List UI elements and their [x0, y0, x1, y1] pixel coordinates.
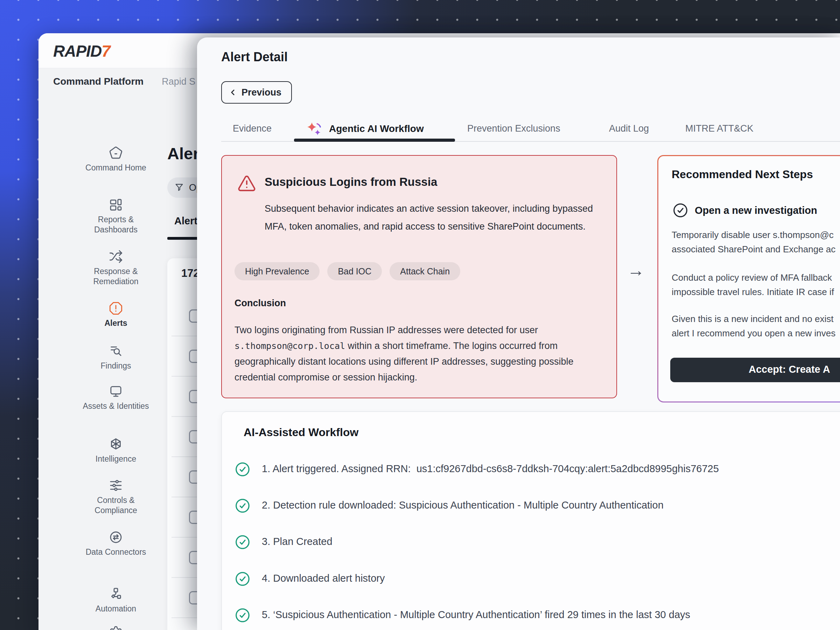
line: Conduct a policy review of MFA fallback — [672, 272, 832, 283]
sidebar-item-findings[interactable]: Findings — [78, 344, 154, 371]
workflow-step: 4. Downloaded alert history — [235, 571, 385, 587]
workflow-step: 5. ‘Suspicious Authentication - Multiple… — [235, 607, 690, 623]
previous-label: Previous — [242, 87, 281, 98]
logo-text: RAPID — [53, 42, 101, 60]
dashboard-grid-icon — [109, 198, 123, 212]
sidebar-label: Automation — [96, 604, 136, 614]
monitor-icon — [109, 384, 123, 398]
workflow-step: 2. Detection rule downloaded: Suspicious… — [235, 498, 663, 514]
sidebar-item-controls-compliance[interactable]: Controls & Compliance — [78, 478, 154, 516]
platform-nav: Command Platform Rapid S — [53, 76, 195, 87]
rapid7-logo: RAPID7 — [53, 42, 110, 60]
green-check-circle-icon — [235, 571, 251, 587]
suite-label-partial[interactable]: Rapid S — [162, 76, 195, 87]
green-check-circle-icon — [235, 461, 251, 477]
green-check-circle-icon — [235, 607, 251, 623]
sidebar-label: Response & Remediation — [78, 266, 154, 287]
logo-seven: 7 — [101, 42, 110, 60]
ai-assisted-workflow-card: AI-Assisted Workflow 1. Alert triggered.… — [221, 411, 840, 630]
alert-tags: High Prevalence Bad IOC Attack Chain — [235, 262, 460, 280]
alert-title: Suspicious Logins from Russia — [265, 175, 437, 189]
tab-mitre-attck[interactable]: MITRE ATT&CK — [685, 123, 753, 134]
shuffle-icon — [109, 249, 123, 264]
active-tab-underline — [294, 139, 455, 142]
tag-bad-ioc: Bad IOC — [327, 262, 382, 280]
warning-triangle-icon — [237, 174, 256, 193]
check-circle-icon — [673, 202, 688, 218]
automation-nodes-icon — [109, 587, 123, 601]
sidebar-label: Command Home — [85, 163, 146, 173]
previous-button[interactable]: Previous — [221, 81, 292, 104]
sidebar-label: Controls & Compliance — [78, 495, 154, 516]
line: impossible travel rules. Initiate IR cas… — [672, 287, 834, 297]
sidebar-item-automation[interactable]: Automation — [78, 587, 154, 614]
green-check-circle-icon — [235, 534, 251, 550]
next-steps-paragraph: Given this is a new incident and no exis… — [672, 312, 835, 341]
workflow-step: 1. Alert triggered. Assigned RRN: us1:cf… — [235, 461, 719, 477]
sidebar-item-reports-dashboards[interactable]: Reports & Dashboards — [78, 198, 154, 235]
workflow-step-text: 1. Alert triggered. Assigned RRN: us1:cf… — [262, 461, 719, 475]
alert-detail-panel: Alert Detail Previous Evidence Agentic A… — [197, 38, 840, 630]
sidebar-label: Intelligence — [96, 454, 136, 464]
workflow-step-text: 5. ‘Suspicious Authentication - Multiple… — [262, 607, 690, 621]
arrow-right-icon: → — [627, 260, 645, 280]
line: alert I recommend you open a new inves — [672, 328, 835, 338]
sidebar-item-data-connectors[interactable]: Data Connectors — [78, 530, 154, 557]
pentagon-home-icon — [109, 146, 123, 160]
conclusion-text: Two logins originating from Russian IP a… — [235, 322, 605, 385]
sidebar-item-administration[interactable]: Administration — [78, 625, 154, 630]
sidebar-item-intelligence[interactable]: Intelligence — [78, 437, 154, 464]
workflow-title: AI-Assisted Workflow — [243, 426, 358, 439]
sidebar-item-command-home[interactable]: Command Home — [78, 146, 154, 173]
tab-agentic-ai-workflow[interactable]: Agentic AI Workflow — [329, 123, 424, 134]
next-steps-paragraph: Temporarily disable user s.thompson@cass… — [672, 228, 835, 257]
findings-search-icon — [109, 344, 123, 358]
tab-audit-log[interactable]: Audit Log — [609, 123, 649, 134]
sidebar-item-alerts[interactable]: Alerts — [78, 302, 154, 328]
line: associated SharePoint and Exchange ac — [672, 244, 835, 254]
accept-create-button[interactable]: Accept: Create A — [670, 358, 840, 382]
data-connectors-icon — [109, 530, 123, 544]
workflow-step: 3. Plan Created — [235, 534, 333, 550]
next-steps-title: Recommended Next Steps — [672, 168, 813, 181]
workflow-step-text: 2. Detection rule downloaded: Suspicious… — [262, 498, 663, 511]
ai-sparkle-icon — [306, 120, 324, 139]
tag-attack-chain: Attack Chain — [390, 262, 460, 280]
sidebar-label: Data Connectors — [86, 547, 146, 557]
conclusion-pre: Two logins originating from Russian IP a… — [235, 325, 538, 335]
next-step-heading: Open a new investigation — [695, 205, 817, 216]
next-steps-paragraph: Conduct a policy review of MFA fallbacki… — [672, 270, 834, 299]
workflow-step-text: 4. Downloaded alert history — [262, 571, 385, 584]
sidebar-item-response-remediation[interactable]: Response & Remediation — [78, 249, 154, 287]
workflow-step-text: 3. Plan Created — [262, 534, 333, 547]
gear-icon — [109, 625, 123, 630]
intelligence-network-icon — [109, 437, 123, 451]
line: Given this is a new incident and no exis… — [672, 314, 833, 324]
panel-title: Alert Detail — [221, 50, 288, 65]
sidebar-label: Alerts — [104, 318, 127, 328]
alert-description: Subsequent behavior indicates an active … — [265, 200, 601, 235]
screenshot-root: RAPID7 Command Platform Rapid S Command … — [0, 0, 840, 630]
recommended-next-steps-card: Recommended Next Steps Open a new invest… — [657, 155, 840, 403]
platform-label: Command Platform — [53, 76, 144, 87]
sidebar-label: Assets & Identities — [83, 401, 149, 411]
line: Temporarily disable user s.thompson@c — [672, 230, 834, 240]
sidebar-label: Reports & Dashboards — [78, 215, 154, 235]
alert-octagon-icon — [109, 302, 123, 315]
green-check-circle-icon — [235, 498, 251, 514]
chevron-left-icon — [228, 88, 237, 97]
ai-alert-summary-card: Suspicious Logins from Russia Subsequent… — [221, 155, 617, 398]
sliders-icon — [109, 478, 123, 493]
conclusion-heading: Conclusion — [235, 298, 286, 309]
sidebar-item-assets-identities[interactable]: Assets & Identities — [78, 384, 154, 411]
accept-button-label: Accept: Create A — [748, 364, 830, 375]
sidebar-label: Findings — [101, 361, 131, 371]
tab-prevention-exclusions[interactable]: Prevention Exclusions — [467, 123, 561, 134]
user-principal-mono: s.thompson@corp.local — [235, 341, 345, 351]
tag-high-prevalence: High Prevalence — [235, 262, 319, 280]
filter-funnel-icon — [174, 183, 184, 193]
tab-evidence[interactable]: Evidence — [233, 123, 272, 134]
